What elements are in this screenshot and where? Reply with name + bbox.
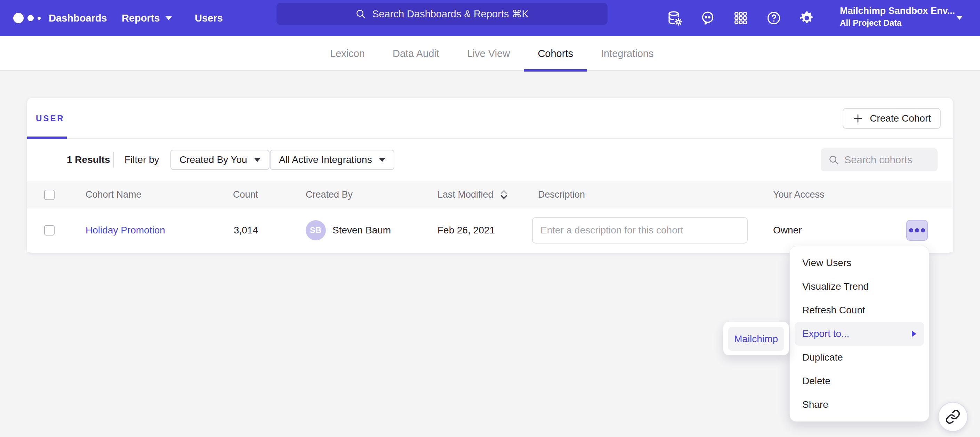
menu-item-refresh-count[interactable]: Refresh Count [790, 298, 929, 322]
global-search-bar[interactable]: Search Dashboards & Reports ⌘K [277, 3, 608, 25]
integrations-filter-dropdown[interactable]: All Active Integrations [270, 150, 395, 170]
filter-by-label: Filter by [124, 139, 159, 180]
global-search-placeholder: Search Dashboards & Reports ⌘K [372, 8, 528, 20]
tab-cohorts[interactable]: Cohorts [524, 36, 587, 71]
cohort-description-input[interactable] [532, 217, 748, 244]
logo-dot-small [38, 17, 41, 20]
settings-icon[interactable] [799, 10, 815, 26]
chevron-down-icon [254, 158, 261, 162]
column-header-count: Count [187, 181, 258, 208]
submenu-item-mailchimp[interactable]: Mailchimp [728, 327, 784, 351]
menu-item-view-users[interactable]: View Users [790, 251, 929, 275]
nav-users-label: Users [195, 0, 223, 36]
row-checkbox[interactable] [44, 225, 55, 236]
nav-reports-label: Reports [122, 0, 160, 36]
apps-grid-icon[interactable] [732, 10, 749, 26]
menu-item-share[interactable]: Share [790, 393, 929, 416]
created-by-filter-dropdown[interactable]: Created By You [170, 150, 269, 170]
filter-toolbar: 1 Results Filter by Created By You All A… [27, 139, 953, 180]
logo-dot-large [13, 13, 24, 23]
create-cohort-button[interactable]: Create Cohort [843, 108, 941, 129]
ellipsis-icon [909, 228, 913, 233]
chevron-down-icon [165, 16, 172, 20]
link-icon [945, 409, 961, 424]
project-switcher[interactable]: Mailchimp Sandbox Env... All Project Dat… [840, 5, 951, 28]
tab-data-audit[interactable]: Data Audit [379, 36, 453, 71]
select-all-checkbox[interactable] [44, 190, 55, 200]
search-cohorts-input[interactable] [844, 154, 928, 166]
menu-item-export-to[interactable]: Export to... [795, 322, 924, 346]
nav-users[interactable]: Users [195, 0, 223, 36]
sort-arrows-icon[interactable] [500, 189, 508, 200]
integrations-filter-value: All Active Integrations [279, 154, 372, 165]
project-data-scope: All Project Data [840, 18, 951, 28]
tab-integrations[interactable]: Integrations [587, 36, 668, 71]
export-to-label: Export to... [802, 322, 849, 346]
data-management-icon[interactable] [666, 10, 683, 26]
nav-dashboards[interactable]: Dashboards [49, 0, 107, 36]
cohorts-page: Dashboards Reports Users Search Dashboar… [0, 0, 980, 437]
tab-user-cohorts[interactable]: USER [36, 98, 65, 139]
last-modified-date: Feb 26, 2021 [438, 208, 495, 252]
tab-live-view[interactable]: Live View [453, 36, 524, 71]
section-tabbar: Lexicon Data Audit Live View Cohorts Int… [0, 36, 980, 71]
results-count: 1 Results [67, 139, 110, 180]
topbar-icon-group [666, 0, 815, 36]
menu-item-visualize-trend[interactable]: Visualize Trend [790, 275, 929, 298]
plus-icon [853, 113, 864, 124]
search-cohorts-field[interactable] [821, 148, 937, 171]
row-actions-menu: View Users Visualize Trend Refresh Count… [789, 246, 929, 422]
submenu-arrow-icon [912, 331, 916, 337]
panel-header: USER Create Cohort [27, 98, 953, 139]
column-header-created-by: Created By [306, 181, 353, 208]
divider [113, 152, 114, 168]
column-header-cohort-name: Cohort Name [86, 181, 142, 208]
create-cohort-label: Create Cohort [870, 113, 931, 124]
tab-lexicon[interactable]: Lexicon [316, 36, 379, 71]
nav-dashboards-label: Dashboards [49, 0, 107, 36]
active-tab-underline [27, 136, 67, 139]
avatar: SB [306, 220, 326, 241]
chevron-down-icon [379, 158, 385, 162]
cohorts-panel: USER Create Cohort 1 Results Filter by C… [27, 98, 953, 253]
top-navigation-bar: Dashboards Reports Users Search Dashboar… [0, 0, 980, 36]
menu-item-delete[interactable]: Delete [790, 369, 929, 393]
cohort-count: 3,014 [187, 208, 258, 252]
project-switcher-chevron-icon[interactable] [956, 16, 963, 20]
column-header-your-access: Your Access [773, 181, 824, 208]
search-icon [828, 155, 839, 165]
logo-dot-medium [27, 15, 34, 21]
more-actions-button[interactable] [906, 220, 928, 241]
copy-link-floating-button[interactable] [938, 402, 968, 432]
last-modified-label: Last Modified [438, 189, 493, 200]
table-header-row: Cohort Name Count Created By Last Modifi… [27, 180, 953, 208]
export-submenu: Mailchimp [723, 322, 789, 355]
menu-item-duplicate[interactable]: Duplicate [790, 346, 929, 369]
search-icon [355, 9, 366, 19]
section-tabs: Lexicon Data Audit Live View Cohorts Int… [316, 36, 667, 71]
column-header-last-modified[interactable]: Last Modified [438, 181, 508, 208]
created-by-name: Steven Baum [332, 208, 391, 252]
feedback-icon[interactable] [699, 10, 716, 26]
created-by-filter-value: Created By You [180, 154, 247, 165]
column-header-description: Description [538, 181, 585, 208]
cohort-name-link[interactable]: Holiday Promotion [86, 225, 165, 236]
mixpanel-logo[interactable] [13, 0, 41, 36]
nav-reports[interactable]: Reports [122, 0, 172, 36]
help-icon[interactable] [765, 10, 782, 26]
project-name: Mailchimp Sandbox Env... [840, 5, 951, 16]
